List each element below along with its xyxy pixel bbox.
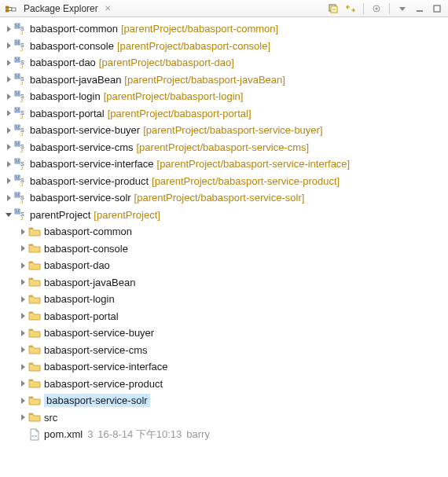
maven-project-icon: M S J bbox=[14, 174, 27, 187]
maven-project-icon: M S J bbox=[14, 158, 27, 171]
folder-icon bbox=[28, 226, 41, 238]
tree-project[interactable]: M S J babasport-dao [parentProject/babas… bbox=[0, 54, 446, 72]
tree-project[interactable]: M S J babasport-login [parentProject/bab… bbox=[0, 88, 446, 105]
tree-folder[interactable]: babasport-service-product bbox=[0, 376, 446, 393]
svg-text:J: J bbox=[20, 182, 23, 187]
folder-icon bbox=[28, 242, 41, 255]
tree-item-decoration: [parentProject/babasport-service-product… bbox=[152, 175, 340, 187]
tree-item-label: babasport-common bbox=[30, 23, 118, 35]
tree-item-label: babasport-portal bbox=[30, 108, 105, 119]
tree-folder[interactable]: src bbox=[0, 409, 446, 427]
view-menu-button[interactable] bbox=[396, 2, 409, 15]
tree-project[interactable]: M S J babasport-service-cms [parentProje… bbox=[0, 139, 446, 156]
folder-icon bbox=[28, 259, 41, 272]
tree-item-label: babasport-service-solr bbox=[30, 192, 131, 204]
toolbar-separator bbox=[363, 3, 364, 14]
expand-toggle[interactable] bbox=[17, 395, 28, 406]
tree-item-decoration: [parentProject/babasport-service-cms] bbox=[137, 141, 310, 153]
tree-folder[interactable]: babasport-console bbox=[0, 240, 446, 258]
expand-toggle[interactable] bbox=[3, 24, 14, 35]
expand-toggle[interactable] bbox=[17, 294, 28, 305]
tree-project[interactable]: M S J babasport-portal [parentProject/ba… bbox=[0, 105, 446, 123]
tree-project-parent[interactable]: M S J parentProject [parentProject] bbox=[0, 207, 446, 224]
tree-folder[interactable]: babasport-login bbox=[0, 291, 446, 308]
svg-text:M: M bbox=[16, 175, 19, 180]
tree-project[interactable]: M S J babasport-service-buyer [parentPro… bbox=[0, 122, 446, 139]
svg-text:M: M bbox=[16, 24, 19, 28]
expand-toggle[interactable] bbox=[17, 243, 28, 254]
tree-item-decoration: [parentProject/babasport-service-interfa… bbox=[157, 158, 351, 170]
tree-project[interactable]: M S J babasport-service-product [parentP… bbox=[0, 173, 446, 190]
tree-item-label: babasport-service-buyer bbox=[30, 124, 140, 136]
tree-folder[interactable]: babasport-service-interface bbox=[0, 358, 446, 376]
expand-toggle[interactable] bbox=[3, 108, 14, 119]
expand-toggle[interactable] bbox=[3, 74, 14, 85]
tree-item-label: pom.xml bbox=[44, 428, 83, 440]
tree-folder[interactable]: babasport-service-solr bbox=[0, 392, 446, 409]
tree-item-decoration: [parentProject/babasport-service-solr] bbox=[134, 192, 305, 204]
expand-toggle[interactable] bbox=[3, 141, 14, 152]
tree-folder[interactable]: babasport-common bbox=[0, 223, 446, 240]
tree-folder[interactable]: babasport-javaBean bbox=[0, 274, 446, 292]
tree-item-label: babasport-portal bbox=[44, 310, 119, 322]
expand-toggle[interactable] bbox=[17, 412, 28, 423]
view-tab[interactable]: Package Explorer ✕ bbox=[5, 2, 116, 15]
tree-file-pom[interactable]: <> pom.xml 3 16-8-14 下午10:13 barry bbox=[0, 426, 446, 443]
collapse-all-button[interactable] bbox=[327, 2, 340, 15]
expand-toggle[interactable] bbox=[17, 361, 28, 372]
expand-toggle[interactable] bbox=[3, 57, 14, 68]
tree-folder[interactable]: babasport-service-cms bbox=[0, 342, 446, 359]
view-title: Package Explorer bbox=[24, 3, 98, 14]
expand-toggle[interactable] bbox=[17, 328, 28, 339]
tree-item-label: babasport-console bbox=[44, 243, 128, 255]
minimize-button[interactable] bbox=[413, 2, 426, 15]
svg-rect-0 bbox=[6, 6, 9, 9]
folder-icon bbox=[28, 310, 41, 322]
folder-icon bbox=[28, 377, 41, 390]
svg-text:M: M bbox=[16, 159, 19, 163]
link-editor-button[interactable] bbox=[344, 2, 357, 15]
tree-item-decoration: [parentProject/babasport-console] bbox=[117, 40, 270, 52]
tree-project[interactable]: M S J babasport-service-interface [paren… bbox=[0, 156, 446, 173]
tree-item-label: babasport-dao bbox=[30, 57, 96, 68]
expand-toggle[interactable] bbox=[17, 378, 28, 389]
svg-point-11 bbox=[376, 7, 378, 9]
expand-toggle[interactable] bbox=[3, 159, 14, 170]
tree-folder[interactable]: babasport-service-buyer bbox=[0, 325, 446, 342]
tree-item-decoration: [parentProject/babasport-service-buyer] bbox=[143, 124, 322, 136]
svg-text:J: J bbox=[20, 166, 23, 171]
maven-project-icon: M S J bbox=[14, 141, 27, 153]
expand-toggle[interactable] bbox=[3, 175, 14, 186]
xml-file-icon: <> bbox=[28, 428, 41, 441]
tree-project[interactable]: M S J babasport-console [parentProject/b… bbox=[0, 38, 446, 55]
expand-toggle[interactable] bbox=[3, 209, 14, 220]
svg-text:M: M bbox=[16, 125, 19, 130]
svg-text:J: J bbox=[20, 47, 23, 52]
toolbar-separator bbox=[389, 3, 390, 14]
svg-text:M: M bbox=[16, 74, 19, 79]
tree-folder[interactable]: babasport-portal bbox=[0, 308, 446, 325]
expand-toggle[interactable] bbox=[3, 40, 14, 51]
expand-toggle[interactable] bbox=[17, 310, 28, 321]
maximize-button[interactable] bbox=[431, 2, 443, 15]
tree-project[interactable]: M S J babasport-javaBean [parentProject/… bbox=[0, 72, 446, 89]
folder-icon bbox=[28, 361, 41, 373]
tree-item-decoration: [parentProject] bbox=[94, 209, 160, 221]
expand-toggle[interactable] bbox=[17, 344, 28, 355]
tree-project[interactable]: M S J babasport-service-solr [parentProj… bbox=[0, 189, 446, 207]
expand-toggle[interactable] bbox=[17, 226, 28, 237]
expand-toggle[interactable] bbox=[3, 91, 14, 102]
tree-project[interactable]: M S J babasport-common [parentProject/ba… bbox=[0, 20, 446, 38]
expand-toggle[interactable] bbox=[17, 260, 28, 271]
tree-folder[interactable]: babasport-dao bbox=[0, 257, 446, 274]
expand-toggle[interactable] bbox=[3, 193, 14, 204]
maven-project-icon: M S J bbox=[14, 124, 27, 137]
svg-rect-5 bbox=[12, 8, 16, 11]
expand-toggle[interactable] bbox=[3, 125, 14, 136]
focus-task-button[interactable] bbox=[370, 2, 383, 15]
expand-toggle[interactable] bbox=[17, 277, 28, 288]
view-close-button[interactable]: ✕ bbox=[105, 4, 111, 13]
project-tree[interactable]: M S J babasport-common [parentProject/ba… bbox=[0, 17, 448, 446]
svg-text:J: J bbox=[20, 81, 23, 86]
maven-project-icon: M S J bbox=[14, 192, 27, 204]
